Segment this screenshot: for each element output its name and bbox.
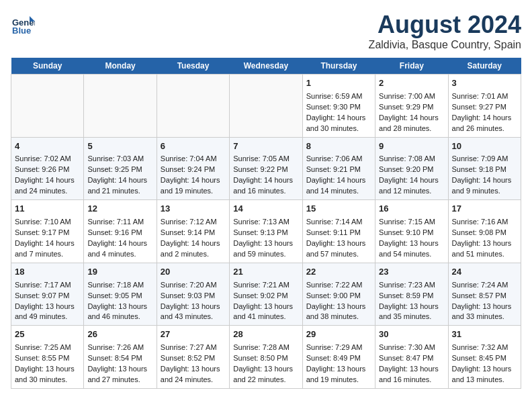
day-info: Sunrise: 7:12 AMSunset: 9:14 PMDaylight:… xyxy=(161,218,220,258)
calendar-cell xyxy=(84,75,157,138)
day-number: 7 xyxy=(233,140,298,153)
day-info: Sunrise: 7:04 AMSunset: 9:24 PMDaylight:… xyxy=(161,154,220,195)
calendar-cell: 13Sunrise: 7:12 AMSunset: 9:14 PMDayligh… xyxy=(157,200,229,263)
col-header-friday: Friday xyxy=(375,58,448,75)
day-info: Sunrise: 7:28 AMSunset: 8:50 PMDaylight:… xyxy=(233,343,293,383)
header-row: SundayMondayTuesdayWednesdayThursdayFrid… xyxy=(11,58,521,75)
calendar-cell: 19Sunrise: 7:18 AMSunset: 9:05 PMDayligh… xyxy=(84,263,157,326)
calendar-cell: 15Sunrise: 7:14 AMSunset: 9:11 PMDayligh… xyxy=(302,200,375,263)
col-header-sunday: Sunday xyxy=(11,58,84,75)
day-number: 9 xyxy=(379,140,444,153)
day-info: Sunrise: 7:22 AMSunset: 9:00 PMDaylight:… xyxy=(306,281,366,321)
day-info: Sunrise: 7:24 AMSunset: 8:57 PMDaylight:… xyxy=(452,281,512,321)
col-header-saturday: Saturday xyxy=(448,58,521,75)
calendar-cell: 16Sunrise: 7:15 AMSunset: 9:10 PMDayligh… xyxy=(375,200,448,263)
day-number: 17 xyxy=(452,203,517,216)
day-info: Sunrise: 7:02 AMSunset: 9:26 PMDaylight:… xyxy=(15,154,75,195)
col-header-tuesday: Tuesday xyxy=(157,58,229,75)
subtitle: Zaldivia, Basque Country, Spain xyxy=(369,39,521,51)
day-number: 25 xyxy=(15,328,80,341)
day-number: 16 xyxy=(379,203,444,216)
day-info: Sunrise: 7:29 AMSunset: 8:49 PMDaylight:… xyxy=(306,343,366,383)
main-title: August 2024 xyxy=(369,11,521,39)
calendar-table: SundayMondayTuesdayWednesdayThursdayFrid… xyxy=(11,58,521,389)
day-number: 11 xyxy=(15,203,80,216)
calendar-cell: 27Sunrise: 7:27 AMSunset: 8:52 PMDayligh… xyxy=(157,326,229,389)
day-info: Sunrise: 7:14 AMSunset: 9:11 PMDaylight:… xyxy=(306,218,366,258)
calendar-cell: 14Sunrise: 7:13 AMSunset: 9:13 PMDayligh… xyxy=(230,200,302,263)
day-number: 2 xyxy=(379,77,444,90)
calendar-cell: 8Sunrise: 7:06 AMSunset: 9:21 PMDaylight… xyxy=(302,137,375,200)
day-number: 4 xyxy=(15,140,80,153)
day-info: Sunrise: 7:26 AMSunset: 8:54 PMDaylight:… xyxy=(87,343,147,383)
day-info: Sunrise: 7:09 AMSunset: 9:18 PMDaylight:… xyxy=(452,154,512,195)
day-number: 26 xyxy=(87,328,152,341)
calendar-cell: 20Sunrise: 7:20 AMSunset: 9:03 PMDayligh… xyxy=(157,263,229,326)
calendar-cell: 6Sunrise: 7:04 AMSunset: 9:24 PMDaylight… xyxy=(157,137,229,200)
day-number: 23 xyxy=(379,266,444,279)
day-info: Sunrise: 7:15 AMSunset: 9:10 PMDaylight:… xyxy=(379,218,439,258)
day-info: Sunrise: 7:21 AMSunset: 9:02 PMDaylight:… xyxy=(233,281,293,321)
day-number: 5 xyxy=(87,140,152,153)
day-info: Sunrise: 7:30 AMSunset: 8:47 PMDaylight:… xyxy=(379,343,439,383)
day-number: 24 xyxy=(452,266,517,279)
day-number: 8 xyxy=(306,140,371,153)
day-info: Sunrise: 7:05 AMSunset: 9:22 PMDaylight:… xyxy=(233,154,293,195)
calendar-cell xyxy=(11,75,84,138)
day-number: 31 xyxy=(452,328,517,341)
day-number: 14 xyxy=(233,203,298,216)
day-info: Sunrise: 7:03 AMSunset: 9:25 PMDaylight:… xyxy=(87,154,147,195)
calendar-cell: 24Sunrise: 7:24 AMSunset: 8:57 PMDayligh… xyxy=(448,263,521,326)
day-info: Sunrise: 7:00 AMSunset: 9:29 PMDaylight:… xyxy=(379,92,439,132)
day-number: 30 xyxy=(379,328,444,341)
calendar-cell: 2Sunrise: 7:00 AMSunset: 9:29 PMDaylight… xyxy=(375,75,448,138)
day-info: Sunrise: 7:17 AMSunset: 9:07 PMDaylight:… xyxy=(15,281,75,321)
calendar-cell: 9Sunrise: 7:08 AMSunset: 9:20 PMDaylight… xyxy=(375,137,448,200)
day-number: 6 xyxy=(161,140,226,153)
day-number: 12 xyxy=(87,203,152,216)
calendar-cell: 10Sunrise: 7:09 AMSunset: 9:18 PMDayligh… xyxy=(448,137,521,200)
day-info: Sunrise: 7:10 AMSunset: 9:17 PMDaylight:… xyxy=(15,218,75,258)
logo-icon: General Blue xyxy=(11,11,35,35)
day-number: 3 xyxy=(452,77,517,90)
day-number: 1 xyxy=(306,77,371,90)
day-number: 15 xyxy=(306,203,371,216)
logo: General Blue xyxy=(11,11,38,35)
day-number: 29 xyxy=(306,328,371,341)
calendar-cell: 17Sunrise: 7:16 AMSunset: 9:08 PMDayligh… xyxy=(448,200,521,263)
day-info: Sunrise: 7:25 AMSunset: 8:55 PMDaylight:… xyxy=(15,343,75,383)
col-header-monday: Monday xyxy=(84,58,157,75)
calendar-cell: 29Sunrise: 7:29 AMSunset: 8:49 PMDayligh… xyxy=(302,326,375,389)
calendar-cell: 21Sunrise: 7:21 AMSunset: 9:02 PMDayligh… xyxy=(230,263,302,326)
calendar-cell: 23Sunrise: 7:23 AMSunset: 8:59 PMDayligh… xyxy=(375,263,448,326)
day-info: Sunrise: 7:32 AMSunset: 8:45 PMDaylight:… xyxy=(452,343,512,383)
col-header-thursday: Thursday xyxy=(302,58,375,75)
day-info: Sunrise: 7:11 AMSunset: 9:16 PMDaylight:… xyxy=(87,218,147,258)
calendar-cell: 5Sunrise: 7:03 AMSunset: 9:25 PMDaylight… xyxy=(84,137,157,200)
day-number: 28 xyxy=(233,328,298,341)
day-number: 21 xyxy=(233,266,298,279)
calendar-cell xyxy=(230,75,302,138)
day-number: 20 xyxy=(161,266,226,279)
day-info: Sunrise: 7:18 AMSunset: 9:05 PMDaylight:… xyxy=(87,281,147,321)
day-info: Sunrise: 7:27 AMSunset: 8:52 PMDaylight:… xyxy=(161,343,220,383)
day-number: 22 xyxy=(306,266,371,279)
title-block: August 2024 Zaldivia, Basque Country, Sp… xyxy=(369,11,521,51)
calendar-cell xyxy=(157,75,229,138)
col-header-wednesday: Wednesday xyxy=(230,58,302,75)
day-info: Sunrise: 7:13 AMSunset: 9:13 PMDaylight:… xyxy=(233,218,293,258)
svg-text:Blue: Blue xyxy=(12,26,31,35)
page-header: General Blue August 2024 Zaldivia, Basqu… xyxy=(11,11,521,51)
calendar-cell: 22Sunrise: 7:22 AMSunset: 9:00 PMDayligh… xyxy=(302,263,375,326)
day-info: Sunrise: 7:08 AMSunset: 9:20 PMDaylight:… xyxy=(379,154,439,195)
day-info: Sunrise: 7:23 AMSunset: 8:59 PMDaylight:… xyxy=(379,281,439,321)
calendar-cell: 31Sunrise: 7:32 AMSunset: 8:45 PMDayligh… xyxy=(448,326,521,389)
calendar-cell: 12Sunrise: 7:11 AMSunset: 9:16 PMDayligh… xyxy=(84,200,157,263)
calendar-cell: 30Sunrise: 7:30 AMSunset: 8:47 PMDayligh… xyxy=(375,326,448,389)
calendar-cell: 1Sunrise: 6:59 AMSunset: 9:30 PMDaylight… xyxy=(302,75,375,138)
day-info: Sunrise: 6:59 AMSunset: 9:30 PMDaylight:… xyxy=(306,92,366,132)
day-info: Sunrise: 7:06 AMSunset: 9:21 PMDaylight:… xyxy=(306,154,366,195)
calendar-cell: 18Sunrise: 7:17 AMSunset: 9:07 PMDayligh… xyxy=(11,263,84,326)
calendar-cell: 28Sunrise: 7:28 AMSunset: 8:50 PMDayligh… xyxy=(230,326,302,389)
day-number: 19 xyxy=(87,266,152,279)
